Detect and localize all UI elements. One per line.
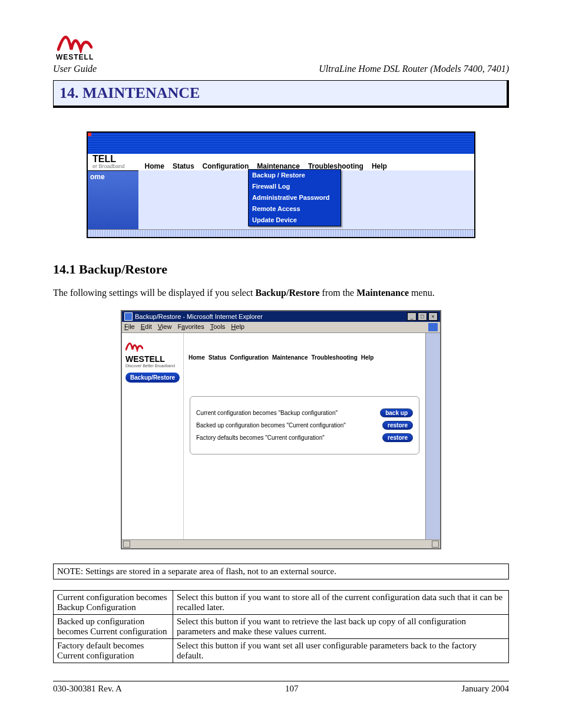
menu-view[interactable]: View [158, 323, 172, 331]
intro-paragraph: The following settings will be displayed… [53, 288, 509, 298]
row-label: Current configuration becomes "Backup co… [196, 410, 338, 416]
fig2-brand: WESTELL [125, 354, 180, 364]
backup-button[interactable]: back up [380, 409, 413, 417]
panel-row: Backed up configuration becomes "Current… [196, 421, 413, 430]
fig1-bottom-strip [88, 229, 474, 237]
fig2-nav-status[interactable]: Status [209, 354, 227, 361]
fig1-dd-backup[interactable]: Backup / Restore [249, 170, 340, 181]
fig1-nav-configuration[interactable]: Configuration [200, 162, 252, 170]
table-row: Current configuration becomes Backup Con… [54, 591, 509, 615]
fig1-logo-sub: er Broadband [90, 163, 125, 169]
menu-file[interactable]: File [124, 323, 135, 331]
menu-edit[interactable]: Edit [141, 323, 152, 331]
maximize-icon[interactable]: □ [418, 312, 427, 321]
footer-right: January 2004 [462, 684, 509, 694]
table-key: Backed up configuration becomes Current … [54, 615, 173, 639]
close-icon[interactable]: × [428, 312, 438, 321]
fig1-side-fragment: ome [88, 170, 138, 229]
note-box: NOTE: Settings are stored in a separate … [53, 564, 509, 579]
section-banner: 14. MAINTENANCE [53, 80, 509, 108]
guide-label: User Guide [53, 64, 97, 74]
fig1-maintenance-dropdown: Backup / Restore Firewall Log Administra… [248, 169, 341, 226]
fig1-dd-update[interactable]: Update Device [249, 215, 340, 226]
backup-restore-panel: Current configuration becomes "Backup co… [190, 396, 419, 454]
fig2-right-strip [425, 333, 440, 539]
brand-name: WESTELL [56, 53, 94, 61]
fig2-nav-troubleshooting[interactable]: Troubleshooting [311, 354, 357, 361]
ie-icon [124, 312, 133, 321]
figure-maintenance-menu: TELL er Broadband Home Status Configurat… [87, 131, 475, 238]
sidebar-pill-backup[interactable]: Backup/Restore [125, 373, 180, 383]
fig1-nav-home[interactable]: Home [143, 162, 167, 170]
window-title: Backup/Restore - Microsoft Internet Expl… [135, 313, 263, 320]
section-title: 14. MAINTENANCE [59, 84, 501, 102]
westell-swoosh-icon [57, 29, 92, 53]
fig1-dd-remote[interactable]: Remote Access [249, 203, 340, 215]
fig1-dd-password[interactable]: Administrative Password [249, 192, 340, 203]
fig2-sidebar: WESTELL Discover Better Broadband Backup… [122, 333, 184, 539]
menu-favorites[interactable]: Favorites [177, 323, 204, 331]
fig2-nav-help[interactable]: Help [361, 354, 374, 361]
fig2-nav-home[interactable]: Home [189, 354, 205, 361]
horizontal-scrollbar[interactable] [122, 539, 440, 548]
table-val: Select this button if you want set all u… [173, 639, 509, 663]
fig2-tagline: Discover Better Broadband [125, 364, 180, 368]
scroll-right-icon[interactable] [432, 541, 439, 548]
scroll-left-icon[interactable] [123, 541, 130, 548]
row-label: Backed up configuration becomes "Current… [196, 422, 346, 429]
restore-button[interactable]: restore [382, 421, 413, 430]
figure-backup-restore-window: Backup/Restore - Microsoft Internet Expl… [121, 310, 441, 549]
table-key: Current configuration becomes Backup Con… [54, 591, 173, 615]
panel-row: Factory defaults becomes "Current config… [196, 433, 413, 442]
footer-center: 107 [285, 684, 299, 694]
fig1-banner-strip [88, 133, 474, 154]
product-label: UltraLine Home DSL Router (Models 7400, … [319, 64, 509, 74]
fig1-dd-firewall[interactable]: Firewall Log [249, 181, 340, 192]
table-row: Factory default becomes Current configur… [54, 639, 509, 663]
westell-swoosh-icon [125, 339, 143, 352]
page-footer: 030-300381 Rev. A 107 January 2004 [53, 681, 509, 694]
menu-tools[interactable]: Tools [210, 323, 226, 331]
restore-factory-button[interactable]: restore [382, 433, 413, 442]
table-key: Factory default becomes Current configur… [54, 639, 173, 663]
brand-logo: WESTELL [53, 29, 97, 61]
fig2-nav-configuration[interactable]: Configuration [230, 354, 269, 361]
fig2-nav-maintenance[interactable]: Maintenance [272, 354, 308, 361]
menu-help[interactable]: Help [231, 323, 244, 331]
minimize-icon[interactable]: _ [407, 312, 416, 321]
fig2-nav: Home Status Configuration Maintenance Tr… [184, 333, 425, 361]
ie-throbber-icon [428, 323, 438, 331]
panel-row: Current configuration becomes "Backup co… [196, 409, 413, 417]
window-menubar: File Edit View Favorites Tools Help [122, 322, 440, 333]
subsection-title: 14.1 Backup/Restore [53, 262, 509, 277]
description-table: Current configuration becomes Backup Con… [53, 590, 509, 663]
table-val: Select this button if you want to retrie… [173, 615, 509, 639]
fig1-nav-status[interactable]: Status [170, 162, 197, 170]
row-label: Factory defaults becomes "Current config… [196, 434, 325, 441]
footer-left: 030-300381 Rev. A [53, 684, 122, 694]
fig1-nav-help[interactable]: Help [369, 162, 389, 170]
window-titlebar: Backup/Restore - Microsoft Internet Expl… [122, 311, 440, 322]
table-val: Select this button if you want to store … [173, 591, 509, 615]
table-row: Backed up configuration becomes Current … [54, 615, 509, 639]
page-header: WESTELL User Guide UltraLine Home DSL Ro… [53, 29, 509, 74]
